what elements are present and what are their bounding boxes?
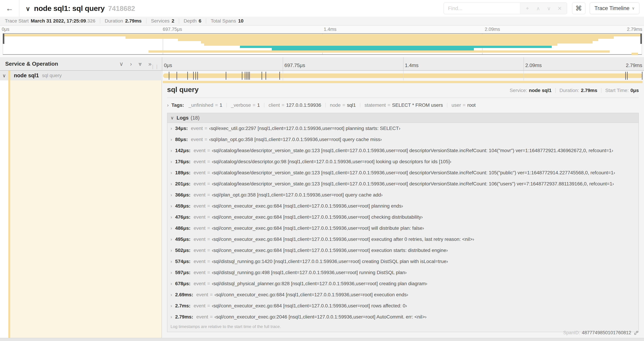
find-input[interactable]: [444, 3, 520, 14]
equals-sign: =: [282, 102, 284, 108]
log-marker-tick[interactable]: [625, 72, 626, 80]
log-marker-tick[interactable]: [242, 72, 242, 80]
locate-icon[interactable]: ⌖: [522, 5, 533, 12]
log-marker-tick[interactable]: [226, 72, 226, 80]
chevron-right-icon: ›: [170, 214, 172, 220]
span-collapse-icon[interactable]: ∨: [0, 73, 8, 79]
header-actions: ⌖∧∨✕ ⌘ Trace Timeline ∨: [444, 3, 640, 14]
timeline-gridline: [283, 57, 283, 70]
separator: [226, 103, 227, 107]
log-row[interactable]: ›80μs:event=‹sql/plan_opt.go:358 [nsql1,…: [168, 134, 638, 145]
chevron-right-icon: ›: [170, 248, 172, 253]
log-field-value: ‹sql/catalog/lease/descriptor_version_st…: [212, 148, 613, 153]
detail-left-rail: [0, 80, 162, 338]
log-timestamp: 486μs:: [175, 225, 190, 231]
log-row[interactable]: ›476μs:event=‹sql/conn_executor_exec.go:…: [168, 212, 638, 223]
span-duration-bar[interactable]: [163, 74, 642, 78]
log-marker-tick[interactable]: [197, 72, 198, 80]
prev-match-icon[interactable]: ∧: [533, 5, 544, 12]
tags-row[interactable]: › Tags: _unfinished=1_verbose=1client=12…: [167, 102, 639, 108]
span-row-service-cell[interactable]: ∨ node sql1 sql query: [0, 71, 162, 80]
log-field-key: event: [194, 259, 206, 264]
log-marker-tick[interactable]: [249, 72, 250, 80]
trace-summary-item: Services2: [151, 18, 174, 24]
log-field-value: ‹sql/conn_executor_exec.go:684 [nsql1,cl…: [212, 248, 448, 253]
log-marker-tick[interactable]: [262, 72, 262, 80]
log-marker-tick[interactable]: [642, 72, 642, 80]
log-row[interactable]: ›495μs:event=‹sql/conn_executor_exec.go:…: [168, 234, 638, 245]
timeline-minimap: 0μs697.75μs1.4ms2.09ms2.79ms: [0, 26, 644, 57]
service-color-stripe: [8, 80, 10, 338]
log-marker-tick[interactable]: [248, 72, 248, 80]
column-resizer-handle[interactable]: ❘❘: [151, 64, 159, 69]
log-row[interactable]: ›486μs:event=‹sql/conn_executor_exec.go:…: [168, 223, 638, 234]
span-detail-meta: Service:node sql1Duration:2.79msStart Ti…: [510, 88, 639, 93]
trace-collapse-icon[interactable]: ∨: [26, 5, 30, 13]
minimap-right-scrub-handle[interactable]: [640, 34, 642, 44]
equals-sign: =: [342, 102, 345, 108]
minimap-left-scrub-handle[interactable]: [3, 34, 4, 44]
ruler-tick-label: 0μs: [164, 63, 172, 68]
log-row[interactable]: ›176μs:event=‹sql/catalog/descs/descript…: [168, 156, 638, 167]
collapse-controls: ∨›⩔»: [119, 57, 152, 70]
separator: [447, 103, 447, 107]
equals-sign: =: [207, 214, 210, 220]
log-marker-tick[interactable]: [245, 72, 245, 80]
log-row[interactable]: ›142μs:event=‹sql/catalog/lease/descript…: [168, 145, 638, 156]
log-row[interactable]: ›502μs:event=‹sql/conn_executor_exec.go:…: [168, 245, 638, 256]
log-marker-tick[interactable]: [280, 72, 280, 80]
span-detail-duration-bar: [163, 81, 642, 83]
keyboard-shortcuts-button[interactable]: ⌘: [572, 3, 586, 14]
log-marker-tick[interactable]: [266, 72, 266, 80]
detail-meta-label: Duration:: [560, 88, 579, 93]
collapse-all-icon[interactable]: ⩔: [138, 61, 142, 67]
expanded-row-tint: [10, 80, 162, 338]
log-marker-tick[interactable]: [246, 72, 247, 80]
log-field-value: ‹sql/catalog/lease/descriptor_version_st…: [212, 181, 614, 187]
next-match-icon[interactable]: ∨: [544, 5, 554, 12]
log-row[interactable]: ›366μs:event=‹sql/plan_opt.go:358 [nsql1…: [168, 189, 638, 200]
equals-sign: =: [207, 270, 210, 275]
chevron-down-icon: ∨: [170, 115, 174, 121]
ruler-tick-label: 0μs: [2, 27, 9, 32]
log-field-key: event: [194, 270, 206, 275]
expand-one-icon[interactable]: ›: [130, 61, 132, 67]
logs-header[interactable]: ∨ Logs (18): [168, 113, 638, 123]
log-timestamp: 476μs:: [175, 214, 190, 220]
log-marker-tick[interactable]: [176, 72, 177, 80]
clear-icon[interactable]: ✕: [554, 5, 565, 12]
minimap-span-bar: [178, 39, 598, 41]
log-field-key: event: [191, 126, 203, 131]
ruler-tick-label: 2.79ms: [627, 27, 642, 32]
minimap-canvas[interactable]: [3, 33, 642, 55]
log-row[interactable]: ›459μs:event=‹sql/conn_executor_exec.go:…: [168, 200, 638, 212]
log-field-key: event: [194, 248, 206, 253]
minimap-span-bar: [240, 46, 552, 48]
log-timestamp: 678μs:: [175, 281, 190, 286]
log-marker-tick[interactable]: [169, 72, 169, 80]
log-row[interactable]: ›574μs:event=‹sql/distsql_running.go:142…: [168, 256, 638, 267]
span-id-row: SpanID: 4877749850101760812: [563, 330, 639, 335]
span-row: ∨ node sql1 sql query: [0, 71, 644, 80]
log-row[interactable]: ›34μs:event=‹sql/exec_util.go:2297 [nsql…: [168, 123, 638, 134]
log-row[interactable]: ›678μs:event=‹sql/distsql_physical_plann…: [168, 278, 638, 289]
equals-sign: =: [207, 225, 210, 231]
log-marker-tick[interactable]: [193, 72, 194, 80]
log-marker-tick[interactable]: [196, 72, 196, 80]
link-icon[interactable]: [634, 330, 639, 335]
log-row[interactable]: ›2.7ms:event=‹sql/conn_executor_exec.go:…: [168, 300, 638, 311]
span-row-timeline-cell[interactable]: [162, 71, 644, 80]
log-row[interactable]: ›597μs:event=‹sql/distsql_running.go:498…: [168, 267, 638, 278]
log-row[interactable]: ›2.69ms:event=‹sql/conn_executor_exec.go…: [168, 289, 638, 300]
log-marker-tick[interactable]: [187, 72, 188, 80]
log-row[interactable]: ›201μs:event=‹sql/catalog/lease/descript…: [168, 178, 638, 189]
log-field-value: ‹sql/exec_util.go:2297 [nsql1,client=127…: [209, 126, 400, 131]
log-marker-tick[interactable]: [627, 72, 628, 80]
trace-view-dropdown[interactable]: Trace Timeline ∨: [590, 3, 640, 14]
back-button[interactable]: ←: [0, 0, 20, 17]
bottom-edge-strip: [0, 338, 644, 341]
minimap-span-bar: [3, 34, 642, 36]
log-row[interactable]: ›189μs:event=‹sql/catalog/lease/descript…: [168, 167, 638, 178]
collapse-one-icon[interactable]: ∨: [119, 61, 124, 67]
log-row[interactable]: ›2.79ms:event=‹sql/conn_executor_exec.go…: [168, 311, 638, 322]
